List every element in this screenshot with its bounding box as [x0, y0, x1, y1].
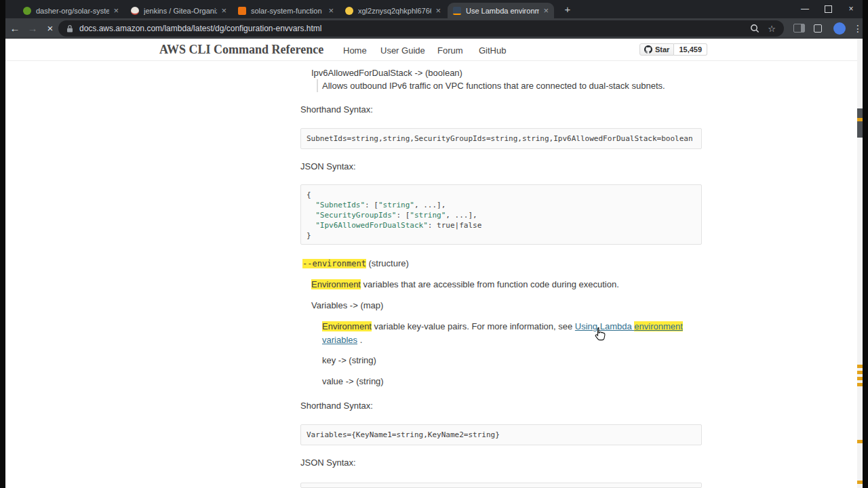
maximize-button[interactable] — [816, 0, 840, 18]
maximize-icon — [825, 5, 832, 13]
json-syntax-label: JSON Syntax: — [300, 161, 356, 171]
environment-description: Environment variables that are accessibl… — [311, 279, 619, 289]
ipv6-description: Allows outbound IPv6 traffic on VPC func… — [322, 81, 665, 91]
profile-avatar[interactable] — [833, 22, 846, 35]
codeblock-shorthand-environment: Variables={KeyName1=string,KeyName2=stri… — [300, 424, 702, 445]
key-favicon — [345, 7, 353, 15]
tab-title: solar-system-function | Functio — [251, 7, 324, 15]
find-match-marker — [857, 481, 863, 484]
nav-forum[interactable]: Forum — [437, 45, 463, 56]
tab-aws-docs[interactable]: Use Lambda environment varia × — [448, 3, 554, 18]
tab-solar-system-repo[interactable]: dasher-org/solar-system - solar × — [18, 3, 124, 18]
tab-title: dasher-org/solar-system - solar — [36, 7, 109, 15]
term-key: key -> (string) — [322, 355, 376, 365]
tab-close-icon[interactable]: × — [543, 6, 549, 15]
minimize-button[interactable]: — — [793, 0, 816, 18]
codeblock-shorthand-vpcconfig: SubnetIds=string,string,SecurityGroupIds… — [300, 128, 702, 149]
json-syntax-label: JSON Syntax: — [300, 458, 356, 468]
url-text: docs.aws.amazon.com/lambda/latest/dg/con… — [79, 24, 742, 33]
browser-menu-icon[interactable]: ⋮ — [852, 21, 863, 36]
shorthand-syntax-label: Shorthand Syntax: — [300, 104, 373, 115]
tab-close-icon[interactable]: × — [221, 6, 226, 15]
github-star-label: Star — [655, 45, 669, 54]
bookmark-star-icon[interactable]: ☆ — [768, 24, 776, 33]
term-ipv6allowedfordualstack: Ipv6AllowedForDualStack -> (boolean) — [311, 68, 462, 78]
find-match-marker — [857, 440, 863, 443]
codeblock-json-vpcconfig: { "SubnetIds": ["string", ...], "Securit… — [300, 184, 702, 245]
nav-home[interactable]: Home — [343, 45, 367, 56]
find-match-marker — [857, 383, 863, 386]
codeblock-json-environment-partial — [300, 483, 702, 488]
tab-title: jenkins / Gitea-Organization/so — [144, 7, 217, 15]
gitea-favicon — [23, 7, 31, 15]
tab-title: xgl2znysq2qhkphl6766t2p5de0 — [358, 7, 431, 15]
find-match-marker — [857, 365, 863, 368]
browser-viewport: AWS CLI Command Reference Home User Guid… — [0, 0, 868, 488]
url-bar[interactable]: docs.aws.amazon.com/lambda/latest/dg/con… — [58, 20, 784, 37]
aws-docs-favicon — [453, 7, 461, 15]
tab-lambda-console[interactable]: solar-system-function | Functio × — [233, 3, 339, 18]
definition-rule — [317, 79, 318, 92]
nav-github[interactable]: GitHub — [479, 45, 506, 56]
term-variables: Variables -> (map) — [311, 300, 383, 310]
forward-button[interactable]: → — [24, 20, 41, 37]
mouse-cursor — [594, 327, 606, 341]
github-star-count[interactable]: 15,459 — [674, 43, 707, 56]
tab-close-icon[interactable]: × — [435, 6, 441, 15]
term-environment-option: --environment (structure) — [302, 258, 409, 268]
github-star-button[interactable]: Star — [639, 43, 674, 56]
back-button[interactable]: ← — [7, 20, 23, 37]
stop-loading-button[interactable]: × — [42, 20, 58, 37]
github-star-widget: Star 15,459 — [639, 43, 707, 56]
tab-strip: dasher-org/solar-system - solar × jenkin… — [0, 0, 868, 18]
side-panel-icon[interactable] — [793, 24, 805, 33]
find-match-marker — [857, 377, 863, 380]
extensions-icon[interactable] — [814, 24, 822, 33]
aws-lambda-favicon — [238, 7, 246, 15]
using-lambda-env-vars-link[interactable]: variables — [322, 335, 357, 345]
find-match-marker — [857, 371, 863, 374]
window-controls: — × — [793, 0, 863, 18]
left-edge-bar — [0, 0, 5, 488]
site-info-icon[interactable] — [66, 24, 73, 33]
site-title: AWS CLI Command Reference — [159, 43, 323, 57]
site-header: AWS CLI Command Reference Home User Guid… — [0, 39, 863, 61]
jenkins-favicon — [131, 7, 139, 15]
variables-paragraph: Environment variable key-value pairs. Fo… — [322, 321, 683, 348]
find-match-marker — [857, 118, 863, 121]
tab-secret-key[interactable]: xgl2znysq2qhkphl6766t2p5de0 × — [340, 3, 446, 18]
right-edge-bar — [863, 0, 868, 488]
tab-jenkins[interactable]: jenkins / Gitea-Organization/so × — [125, 3, 232, 18]
tab-close-icon[interactable]: × — [328, 6, 334, 15]
github-icon — [644, 45, 652, 54]
using-lambda-env-vars-link[interactable]: environment — [634, 321, 683, 331]
term-value: value -> (string) — [322, 376, 384, 386]
close-window-button[interactable]: × — [840, 0, 863, 18]
tab-title: Use Lambda environment varia — [466, 7, 539, 15]
scrollbar[interactable] — [857, 39, 863, 488]
zoom-icon[interactable] — [750, 24, 760, 33]
tab-close-icon[interactable]: × — [113, 6, 119, 15]
nav-user-guide[interactable]: User Guide — [380, 45, 425, 56]
new-tab-button[interactable]: + — [561, 3, 574, 16]
browser-toolbar: ← → × docs.aws.amazon.com/lambda/latest/… — [0, 18, 868, 39]
scrollbar-thumb[interactable] — [857, 108, 863, 138]
screen: AWS CLI Command Reference Home User Guid… — [0, 0, 868, 488]
shorthand-syntax-label: Shorthand Syntax: — [300, 401, 373, 411]
